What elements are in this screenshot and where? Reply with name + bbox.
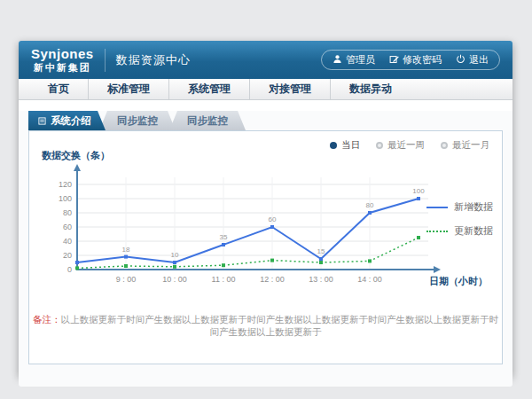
svg-text:40: 40 (63, 237, 72, 246)
legend-updated-data-label: 更新数据 (454, 224, 493, 238)
company-logo: Synjones 新中新集团 (31, 47, 94, 73)
radio-selected-icon (330, 142, 337, 149)
user-account-label: 管理员 (346, 53, 375, 66)
logout-icon (456, 54, 466, 66)
logo-company-text: 新中新集团 (34, 62, 91, 73)
footer-note: 备注：以上数据更新于时间产生数据以上数据更新于时间产生数据以上数据更新于时间产生… (29, 314, 502, 339)
user-icon (332, 54, 342, 66)
header-divider (105, 49, 106, 72)
svg-text:13 : 00: 13 : 00 (309, 275, 333, 284)
svg-text:20: 20 (63, 251, 72, 260)
radio-icon (376, 142, 383, 149)
solid-line-icon (426, 207, 448, 208)
page-title: 数据资源中心 (116, 52, 191, 68)
filter-today[interactable]: 当日 (330, 139, 360, 152)
app-header: Synjones 新中新集团 数据资源中心 管理员 修改密码 退出 (19, 41, 512, 79)
svg-text:100: 100 (59, 194, 72, 203)
svg-text:80: 80 (63, 208, 72, 217)
svg-text:0: 0 (67, 265, 72, 274)
svg-text:12 : 00: 12 : 00 (260, 275, 285, 284)
legend-new-data-label: 新增数据 (454, 200, 493, 214)
legend-item-updated-data: 更新数据 (426, 224, 493, 238)
svg-text:14 : 00: 14 : 00 (357, 275, 382, 284)
y-axis-label: 数据交换（条） (42, 149, 110, 162)
tab-sync-monitor-2[interactable]: 同步监控 (169, 111, 246, 130)
change-password-button[interactable]: 修改密码 (389, 53, 442, 66)
filter-last-month-label: 最近一月 (452, 139, 489, 152)
footer-note-text: 以上数据更新于时间产生数据以上数据更新于时间产生数据以上数据更新于时间产生数据以… (61, 314, 499, 337)
chart-legend: 新增数据 更新数据 (426, 200, 493, 238)
main-window: Synjones 新中新集团 数据资源中心 管理员 修改密码 退出 首页 标准管… (19, 41, 512, 376)
svg-text:80: 80 (366, 201, 374, 209)
filter-last-week-label: 最近一周 (387, 139, 425, 152)
logout-button[interactable]: 退出 (456, 53, 489, 66)
logo-brand-text: Synjones (31, 47, 94, 62)
dashed-line-icon (426, 231, 448, 232)
svg-text:100: 100 (412, 187, 425, 195)
svg-text:9 : 00: 9 : 00 (116, 275, 137, 284)
nav-item-interface-mgmt[interactable]: 对接管理 (249, 79, 330, 99)
tab-sync-monitor-1[interactable]: 同步监控 (99, 111, 176, 130)
svg-text:11 : 00: 11 : 00 (212, 275, 236, 284)
svg-text:10: 10 (171, 251, 179, 259)
user-menu: 管理员 修改密码 退出 (321, 50, 500, 70)
content-area: 系统介绍 同步监控 同步监控 当日 最近一周 最近一月 数据交 (19, 111, 512, 387)
filter-last-month[interactable]: 最近一月 (441, 139, 489, 152)
svg-text:60: 60 (63, 223, 72, 231)
nav-item-system-mgmt[interactable]: 系统管理 (168, 79, 249, 99)
footer-note-prefix: 备注： (33, 314, 61, 325)
line-chart: 0204060801001209 : 0010 : 0011 : 0012 : … (51, 163, 441, 296)
nav-item-standard-mgmt[interactable]: 标准管理 (88, 79, 168, 99)
time-range-filters: 当日 最近一周 最近一月 (330, 139, 489, 152)
svg-text:10 : 00: 10 : 00 (162, 275, 187, 284)
tab-system-intro-label: 系统介绍 (51, 111, 91, 130)
logout-label: 退出 (469, 53, 489, 66)
tab-strip: 系统介绍 同步监控 同步监控 (28, 111, 512, 130)
svg-text:35: 35 (220, 233, 228, 241)
filter-today-label: 当日 (341, 139, 360, 152)
nav-item-data-change[interactable]: 数据异动 (330, 79, 411, 99)
x-axis-label: 日期（小时） (429, 275, 488, 288)
svg-text:120: 120 (59, 180, 72, 189)
filter-last-week[interactable]: 最近一周 (376, 139, 425, 152)
edit-icon (389, 54, 399, 66)
user-account-button[interactable]: 管理员 (332, 53, 375, 66)
svg-text:18: 18 (122, 246, 130, 254)
nav-item-home[interactable]: 首页 (29, 79, 88, 99)
chart-panel: 当日 最近一周 最近一月 数据交换（条） 0204060801001209 : … (28, 130, 503, 364)
tab-system-intro[interactable]: 系统介绍 (28, 111, 106, 130)
legend-item-new-data: 新增数据 (426, 200, 493, 214)
change-password-label: 修改密码 (403, 53, 442, 66)
svg-text:15: 15 (317, 247, 325, 255)
main-nav: 首页 标准管理 系统管理 对接管理 数据异动 (19, 79, 512, 100)
document-icon (38, 117, 46, 125)
svg-text:60: 60 (269, 215, 277, 223)
radio-icon (441, 142, 448, 149)
